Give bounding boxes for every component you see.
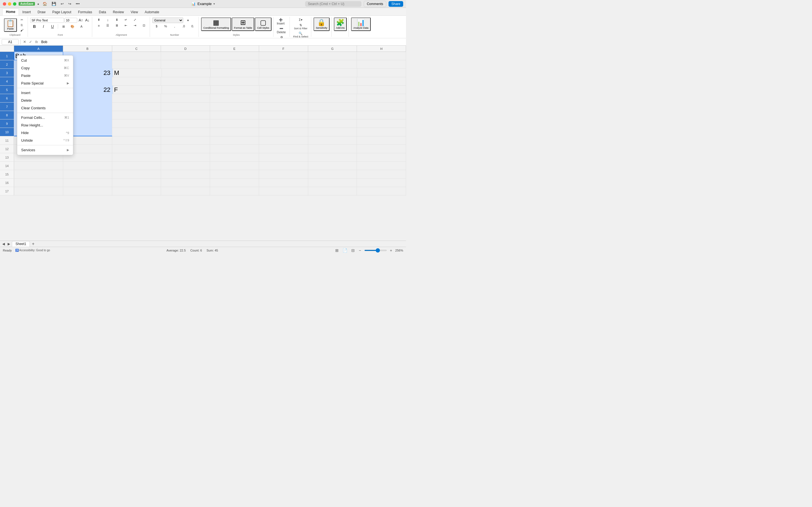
cell-d5[interactable] <box>162 86 211 94</box>
cell-a15[interactable] <box>14 170 63 179</box>
row-header-4[interactable]: 4 <box>0 77 14 86</box>
increase-decimal-button[interactable]: .0 <box>179 24 188 29</box>
cell-h14[interactable] <box>357 162 406 170</box>
cell-b14[interactable] <box>63 162 112 170</box>
orientation-button[interactable]: ⤢ <box>131 17 139 22</box>
cell-d1[interactable] <box>161 52 210 60</box>
sheet-tab-sheet1[interactable]: Sheet1 <box>12 241 30 247</box>
insert-cells-button[interactable]: ➕ Insert <box>276 17 286 25</box>
cell-g7[interactable] <box>308 103 357 111</box>
cell-e8[interactable] <box>210 111 259 119</box>
cell-c15[interactable] <box>112 170 161 179</box>
fill-color-button[interactable]: 🎨 <box>68 24 77 29</box>
wrap-text-button[interactable]: ↵ <box>121 17 130 22</box>
title-dropdown-icon[interactable]: ▾ <box>213 2 215 5</box>
zoom-out-button[interactable]: − <box>358 248 362 253</box>
cell-g9[interactable] <box>308 119 357 128</box>
cell-c11[interactable] <box>112 136 161 145</box>
cell-h16[interactable] <box>357 179 406 187</box>
page-break-view-button[interactable]: ⊟ <box>350 248 356 253</box>
number-dropdown-button[interactable]: ▾ <box>184 18 192 23</box>
row-header-17[interactable]: 17 <box>0 187 14 195</box>
cell-e2[interactable] <box>210 60 259 69</box>
tab-data[interactable]: Data <box>96 9 109 15</box>
decrease-decimal-button[interactable]: 0. <box>188 24 197 29</box>
cell-e9[interactable] <box>210 119 259 128</box>
percent-button[interactable]: % <box>161 24 170 29</box>
row-header-10[interactable]: 10 <box>0 128 14 136</box>
add-sheet-button[interactable]: + <box>31 241 36 247</box>
cell-f10[interactable] <box>259 128 308 136</box>
cell-d13[interactable] <box>161 153 210 162</box>
autosave-toggle[interactable]: ● <box>37 2 39 6</box>
cell-h15[interactable] <box>357 170 406 179</box>
cell-f4[interactable] <box>259 77 308 86</box>
font-size-input[interactable] <box>64 18 77 23</box>
cell-reference[interactable]: A1 <box>2 39 18 45</box>
cell-e3[interactable] <box>211 69 259 77</box>
cell-f1[interactable] <box>259 52 308 60</box>
cell-styles-button[interactable]: ▢ Cell Styles <box>255 17 271 31</box>
cell-c9[interactable] <box>112 119 161 128</box>
row-header-8[interactable]: 8 <box>0 111 14 119</box>
home-button[interactable]: 🏠 <box>42 1 48 6</box>
font-color-button[interactable]: A <box>77 24 86 29</box>
cell-h13[interactable] <box>357 153 406 162</box>
cell-c16[interactable] <box>112 179 161 187</box>
format-cells-button[interactable]: ⚙ Format <box>276 35 288 38</box>
menu-item-services[interactable]: Services ▶ <box>17 146 73 154</box>
cell-c4[interactable] <box>112 77 161 86</box>
cell-e16[interactable] <box>210 179 259 187</box>
col-header-f[interactable]: F <box>259 46 308 52</box>
row-header-14[interactable]: 14 <box>0 162 14 170</box>
menu-item-cut[interactable]: Cut ⌘X <box>17 57 73 64</box>
cell-h10[interactable] <box>357 128 406 136</box>
cell-a17[interactable] <box>14 187 63 195</box>
cell-g15[interactable] <box>308 170 357 179</box>
cell-d7[interactable] <box>161 103 210 111</box>
row-header-5[interactable]: 5 <box>0 86 14 94</box>
cell-h8[interactable] <box>357 111 406 119</box>
cell-g6[interactable] <box>308 94 357 103</box>
cell-g8[interactable] <box>308 111 357 119</box>
cell-d12[interactable] <box>161 145 210 153</box>
copy-button[interactable]: ⎘ <box>17 23 26 27</box>
cell-h3[interactable] <box>357 69 406 77</box>
analyze-data-button[interactable]: 📊 Analyze Data <box>351 17 371 31</box>
search-input[interactable] <box>305 1 361 7</box>
tab-insert[interactable]: Insert <box>19 9 34 15</box>
cell-h9[interactable] <box>357 119 406 128</box>
tab-page-layout[interactable]: Page Layout <box>49 9 74 15</box>
menu-item-unhide[interactable]: Unhide ^⇧9 <box>17 136 73 144</box>
cell-g1[interactable] <box>308 52 357 60</box>
row-header-3[interactable]: 3 <box>0 69 14 77</box>
row-header-11[interactable]: 11 <box>0 136 14 145</box>
row-header-15[interactable]: 15 <box>0 170 14 178</box>
formula-cancel-button[interactable]: ✕ <box>22 40 27 44</box>
merge-button[interactable]: ⊡ <box>140 23 148 28</box>
zoom-in-button[interactable]: + <box>389 248 393 253</box>
cell-e7[interactable] <box>210 103 259 111</box>
cell-f16[interactable] <box>259 179 308 187</box>
autosum-button[interactable]: Σ▾ <box>292 17 310 22</box>
decrease-font-icon[interactable]: A↓ <box>84 17 90 23</box>
cell-h4[interactable] <box>357 77 406 86</box>
indent-less-button[interactable]: ⇤ <box>121 23 130 28</box>
row-header-12[interactable]: 12 <box>0 145 14 153</box>
cell-e11[interactable] <box>210 136 259 145</box>
cut-button[interactable]: ✂ <box>17 17 26 22</box>
format-painter-button[interactable]: 🖌 <box>17 28 26 33</box>
col-header-c[interactable]: C <box>112 46 161 52</box>
cell-g17[interactable] <box>308 187 357 195</box>
cell-a14[interactable] <box>14 162 63 170</box>
currency-button[interactable]: $ <box>152 24 161 29</box>
sort-filter-button[interactable]: ⇅ Sort & Filter <box>292 23 310 31</box>
cell-f5[interactable] <box>259 86 308 94</box>
cell-c2[interactable] <box>112 60 161 69</box>
italic-button[interactable]: I <box>39 24 48 29</box>
cell-f7[interactable] <box>259 103 308 111</box>
tab-home[interactable]: Home <box>2 8 19 15</box>
maximize-button[interactable] <box>13 2 16 6</box>
cell-f8[interactable] <box>259 111 308 119</box>
cell-f13[interactable] <box>259 153 308 162</box>
